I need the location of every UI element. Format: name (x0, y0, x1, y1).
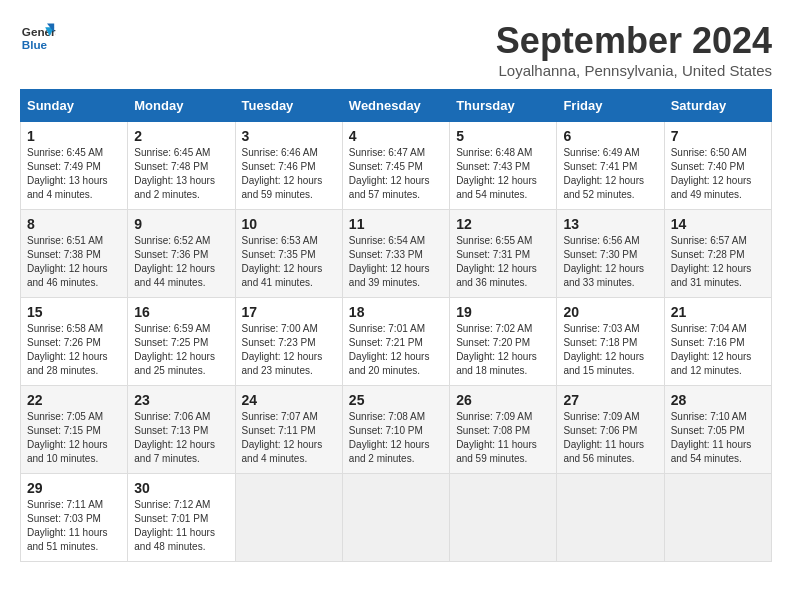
calendar-cell: 25Sunrise: 7:08 AMSunset: 7:10 PMDayligh… (342, 386, 449, 474)
calendar-cell: 19Sunrise: 7:02 AMSunset: 7:20 PMDayligh… (450, 298, 557, 386)
calendar-cell: 27Sunrise: 7:09 AMSunset: 7:06 PMDayligh… (557, 386, 664, 474)
calendar-cell (557, 474, 664, 562)
page-header: General Blue September 2024 Loyalhanna, … (20, 20, 772, 79)
calendar-cell: 12Sunrise: 6:55 AMSunset: 7:31 PMDayligh… (450, 210, 557, 298)
logo: General Blue (20, 20, 56, 56)
calendar-cell: 22Sunrise: 7:05 AMSunset: 7:15 PMDayligh… (21, 386, 128, 474)
calendar-cell: 14Sunrise: 6:57 AMSunset: 7:28 PMDayligh… (664, 210, 771, 298)
calendar-cell: 17Sunrise: 7:00 AMSunset: 7:23 PMDayligh… (235, 298, 342, 386)
calendar-cell: 10Sunrise: 6:53 AMSunset: 7:35 PMDayligh… (235, 210, 342, 298)
calendar-table: SundayMondayTuesdayWednesdayThursdayFrid… (20, 89, 772, 562)
calendar-cell: 11Sunrise: 6:54 AMSunset: 7:33 PMDayligh… (342, 210, 449, 298)
calendar-cell: 1Sunrise: 6:45 AMSunset: 7:49 PMDaylight… (21, 122, 128, 210)
weekday-header-wednesday: Wednesday (342, 90, 449, 122)
calendar-cell: 23Sunrise: 7:06 AMSunset: 7:13 PMDayligh… (128, 386, 235, 474)
calendar-cell: 7Sunrise: 6:50 AMSunset: 7:40 PMDaylight… (664, 122, 771, 210)
calendar-cell: 29Sunrise: 7:11 AMSunset: 7:03 PMDayligh… (21, 474, 128, 562)
calendar-cell: 15Sunrise: 6:58 AMSunset: 7:26 PMDayligh… (21, 298, 128, 386)
calendar-cell: 28Sunrise: 7:10 AMSunset: 7:05 PMDayligh… (664, 386, 771, 474)
calendar-cell (235, 474, 342, 562)
weekday-header-sunday: Sunday (21, 90, 128, 122)
calendar-cell: 6Sunrise: 6:49 AMSunset: 7:41 PMDaylight… (557, 122, 664, 210)
weekday-header-row: SundayMondayTuesdayWednesdayThursdayFrid… (21, 90, 772, 122)
weekday-header-thursday: Thursday (450, 90, 557, 122)
svg-text:Blue: Blue (22, 38, 48, 51)
calendar-cell (664, 474, 771, 562)
calendar-cell: 16Sunrise: 6:59 AMSunset: 7:25 PMDayligh… (128, 298, 235, 386)
calendar-cell (450, 474, 557, 562)
weekday-header-saturday: Saturday (664, 90, 771, 122)
weekday-header-tuesday: Tuesday (235, 90, 342, 122)
calendar-cell: 4Sunrise: 6:47 AMSunset: 7:45 PMDaylight… (342, 122, 449, 210)
calendar-cell: 9Sunrise: 6:52 AMSunset: 7:36 PMDaylight… (128, 210, 235, 298)
calendar-cell: 5Sunrise: 6:48 AMSunset: 7:43 PMDaylight… (450, 122, 557, 210)
calendar-cell: 3Sunrise: 6:46 AMSunset: 7:46 PMDaylight… (235, 122, 342, 210)
calendar-cell: 26Sunrise: 7:09 AMSunset: 7:08 PMDayligh… (450, 386, 557, 474)
month-year-title: September 2024 (496, 20, 772, 62)
title-area: September 2024 Loyalhanna, Pennsylvania,… (496, 20, 772, 79)
calendar-cell: 30Sunrise: 7:12 AMSunset: 7:01 PMDayligh… (128, 474, 235, 562)
calendar-cell: 2Sunrise: 6:45 AMSunset: 7:48 PMDaylight… (128, 122, 235, 210)
calendar-cell: 13Sunrise: 6:56 AMSunset: 7:30 PMDayligh… (557, 210, 664, 298)
calendar-cell: 18Sunrise: 7:01 AMSunset: 7:21 PMDayligh… (342, 298, 449, 386)
weekday-header-friday: Friday (557, 90, 664, 122)
logo-icon: General Blue (20, 20, 56, 56)
weekday-header-monday: Monday (128, 90, 235, 122)
calendar-cell (342, 474, 449, 562)
location-subtitle: Loyalhanna, Pennsylvania, United States (496, 62, 772, 79)
calendar-cell: 21Sunrise: 7:04 AMSunset: 7:16 PMDayligh… (664, 298, 771, 386)
calendar-cell: 24Sunrise: 7:07 AMSunset: 7:11 PMDayligh… (235, 386, 342, 474)
calendar-cell: 8Sunrise: 6:51 AMSunset: 7:38 PMDaylight… (21, 210, 128, 298)
calendar-cell: 20Sunrise: 7:03 AMSunset: 7:18 PMDayligh… (557, 298, 664, 386)
